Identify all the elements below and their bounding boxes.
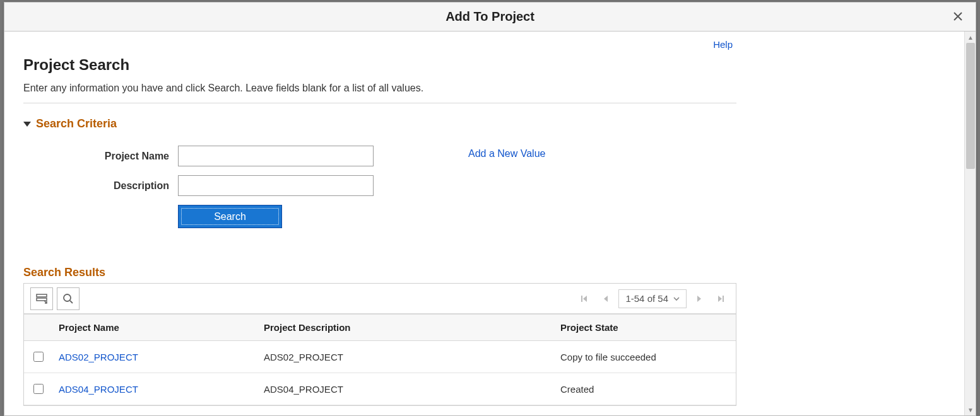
description-row: Description: [23, 175, 736, 196]
project-name-link[interactable]: ADS02_PROJECT: [59, 352, 138, 362]
grid-settings-icon[interactable]: [30, 287, 53, 310]
results-panel: 1-54 of 54: [23, 283, 736, 406]
close-icon[interactable]: [949, 8, 967, 25]
project-description-cell: ADS02_PROJECT: [257, 341, 554, 373]
project-name-input[interactable]: [178, 146, 374, 166]
col-project-state[interactable]: Project State: [554, 315, 736, 341]
col-project-name[interactable]: Project Name: [52, 315, 257, 341]
project-state-cell: Copy to file succeeded: [554, 341, 736, 373]
scroll-down-icon[interactable]: ▼: [965, 404, 976, 415]
search-criteria-title: Search Criteria: [36, 117, 117, 130]
chevron-down-icon: [673, 294, 680, 303]
table-row: ADS02_PROJECT ADS02_PROJECT Copy to file…: [24, 341, 736, 373]
col-project-description[interactable]: Project Description: [257, 315, 554, 341]
svg-point-2: [64, 294, 71, 301]
scroll-up-icon[interactable]: ▲: [965, 32, 976, 43]
row-checkbox[interactable]: [33, 352, 44, 362]
last-page-icon[interactable]: [712, 290, 729, 308]
first-page-icon[interactable]: [576, 290, 593, 308]
page-range-text: 1-54 of 54: [625, 293, 668, 304]
page-title: Project Search: [23, 56, 736, 74]
results-table: Project Name Project Description Project…: [24, 314, 736, 405]
search-button[interactable]: Search: [178, 205, 282, 228]
table-header-row: Project Name Project Description Project…: [24, 315, 736, 341]
modal-body: Help Project Search Enter any informatio…: [4, 32, 964, 415]
divider: [23, 103, 736, 103]
help-row: Help: [23, 39, 736, 50]
modal-title: Add To Project: [446, 9, 534, 24]
toolbar-right: 1-54 of 54: [576, 289, 729, 308]
scroll-thumb[interactable]: [966, 43, 975, 169]
row-checkbox[interactable]: [33, 384, 44, 394]
search-criteria-toggle[interactable]: Search Criteria: [23, 117, 736, 130]
search-icon[interactable]: [57, 287, 80, 310]
page-range-select[interactable]: 1-54 of 54: [618, 289, 687, 308]
toolbar-left: [30, 287, 80, 310]
search-criteria-panel: Add a New Value Project Name Description…: [23, 146, 736, 228]
page-instructions: Enter any information you have and click…: [23, 83, 736, 94]
caret-down-icon: [23, 122, 31, 127]
add-to-project-modal: Add To Project Help Project Search Enter…: [4, 2, 976, 416]
next-page-icon[interactable]: [690, 290, 708, 308]
project-name-link[interactable]: ADS04_PROJECT: [59, 384, 138, 395]
results-toolbar: 1-54 of 54: [24, 284, 736, 314]
help-link[interactable]: Help: [713, 39, 733, 50]
project-description-cell: ADS04_PROJECT: [257, 373, 554, 405]
table-row: ADS04_PROJECT ADS04_PROJECT Created: [24, 373, 736, 405]
search-results-title: Search Results: [23, 266, 736, 279]
modal-body-wrapper: Help Project Search Enter any informatio…: [4, 32, 976, 415]
project-name-row: Project Name: [23, 146, 736, 166]
project-name-label: Project Name: [23, 151, 178, 162]
description-input[interactable]: [178, 175, 374, 196]
project-state-cell: Created: [554, 373, 736, 405]
col-select: [24, 315, 52, 341]
description-label: Description: [23, 180, 178, 192]
add-new-value-link[interactable]: Add a New Value: [468, 148, 545, 159]
modal-header: Add To Project: [4, 3, 976, 32]
vertical-scrollbar[interactable]: ▲ ▼: [964, 32, 976, 415]
prev-page-icon[interactable]: [597, 290, 615, 308]
svg-rect-1: [37, 298, 47, 301]
svg-rect-0: [37, 294, 47, 297]
content: Help Project Search Enter any informatio…: [4, 32, 755, 415]
